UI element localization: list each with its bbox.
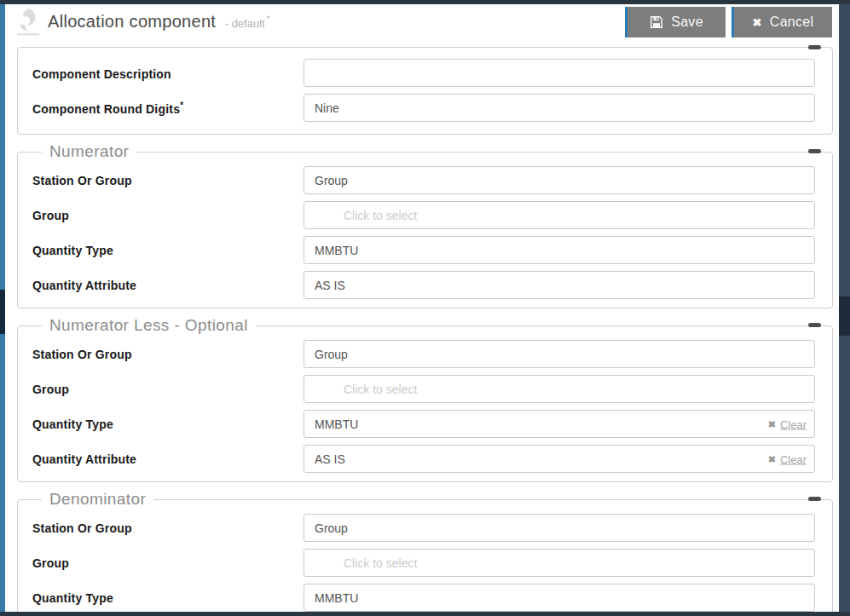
- station-or-group-input[interactable]: [304, 514, 815, 542]
- clear-button[interactable]: ✖Clear: [768, 417, 807, 430]
- collapse-section-button[interactable]: [808, 323, 821, 327]
- form-row: Component Round Digits*: [32, 94, 815, 122]
- page-subtitle: - default: [225, 17, 265, 30]
- quantity-attribute-input[interactable]: [304, 271, 815, 299]
- quantity-type-input[interactable]: [304, 584, 815, 612]
- top-chrome-bar: [0, 0, 850, 4]
- group-select-input[interactable]: [304, 375, 815, 403]
- left-scrollbar[interactable]: [0, 0, 5, 616]
- section-denominator: Denominator Station Or Group Group Quant…: [17, 490, 833, 616]
- form-row: Group: [32, 549, 815, 577]
- quantity-type-input[interactable]: [304, 410, 815, 438]
- field-label: Station Or Group: [32, 348, 304, 361]
- section-legend: Numerator: [42, 142, 136, 161]
- field-label: Component Description: [32, 66, 304, 81]
- quantity-type-input[interactable]: [304, 236, 815, 264]
- page-title: Allocation component: [48, 12, 216, 31]
- clear-button[interactable]: ✖Clear: [768, 452, 807, 465]
- form-row: Station Or Group: [32, 166, 815, 194]
- cancel-x-icon: ✖: [753, 17, 762, 28]
- quantity-attribute-input[interactable]: [304, 445, 815, 473]
- field-label: Quantity Type: [32, 417, 304, 431]
- station-or-group-input[interactable]: [304, 340, 815, 368]
- app-logo-icon: [16, 8, 40, 37]
- form-row: Station Or Group: [32, 340, 815, 368]
- clear-x-icon: ✖: [768, 418, 776, 429]
- field-label: Group: [32, 209, 304, 222]
- form-row: Station Or Group: [32, 514, 815, 542]
- save-button-label: Save: [671, 14, 703, 30]
- save-icon: [650, 15, 663, 29]
- field-label: Group: [32, 556, 304, 570]
- form-row: Component Description: [32, 59, 815, 87]
- form-row: Quantity Type ✖Clear: [32, 410, 815, 438]
- bottom-chrome-bar: [0, 612, 850, 616]
- cancel-button[interactable]: ✖ Cancel: [731, 7, 832, 37]
- collapse-section-button[interactable]: [808, 149, 821, 153]
- group-select-input[interactable]: [304, 201, 815, 229]
- form-row: Group: [32, 375, 815, 403]
- station-or-group-input[interactable]: [304, 166, 815, 194]
- section-numerator: Numerator Station Or Group Group Quantit…: [17, 142, 833, 308]
- save-button[interactable]: Save: [625, 7, 726, 37]
- field-label: Quantity Type: [32, 591, 304, 605]
- clear-x-icon: ✖: [768, 453, 776, 464]
- form-content: Component Description Component Round Di…: [5, 47, 839, 616]
- component-round-digits-input[interactable]: [304, 94, 815, 122]
- component-description-input[interactable]: [304, 59, 815, 87]
- field-label: Station Or Group: [32, 521, 304, 535]
- collapse-section-button[interactable]: [808, 45, 821, 49]
- section-general: Component Description Component Round Di…: [17, 47, 833, 135]
- collapse-section-button[interactable]: [808, 497, 821, 501]
- form-row: Quantity Attribute: [32, 271, 815, 299]
- field-label: Quantity Type: [32, 244, 304, 257]
- field-label: Component Round Digits*: [32, 101, 304, 116]
- field-label: Station Or Group: [32, 174, 304, 187]
- left-scrollbar-thumb[interactable]: [0, 290, 5, 334]
- unsaved-mark: *: [267, 14, 270, 24]
- right-scrollbar-thumb[interactable]: [839, 296, 850, 336]
- section-legend: Denominator: [42, 490, 153, 509]
- cancel-button-label: Cancel: [770, 14, 814, 30]
- field-label: Quantity Attribute: [32, 452, 304, 466]
- form-row: Group: [32, 201, 815, 229]
- field-label: Quantity Attribute: [32, 279, 304, 292]
- clear-label: Clear: [780, 417, 807, 430]
- section-legend: Numerator Less - Optional: [42, 316, 256, 335]
- group-select-input[interactable]: [304, 549, 815, 577]
- field-label: Group: [32, 383, 304, 396]
- form-row: Quantity Attribute ✖Clear: [32, 445, 815, 473]
- form-row: Quantity Type: [32, 236, 815, 264]
- clear-label: Clear: [780, 452, 807, 465]
- right-scrollbar[interactable]: [839, 0, 850, 616]
- form-row: Quantity Type: [32, 584, 815, 612]
- required-mark: *: [180, 101, 183, 110]
- section-numerator-less: Numerator Less - Optional Station Or Gro…: [17, 316, 833, 482]
